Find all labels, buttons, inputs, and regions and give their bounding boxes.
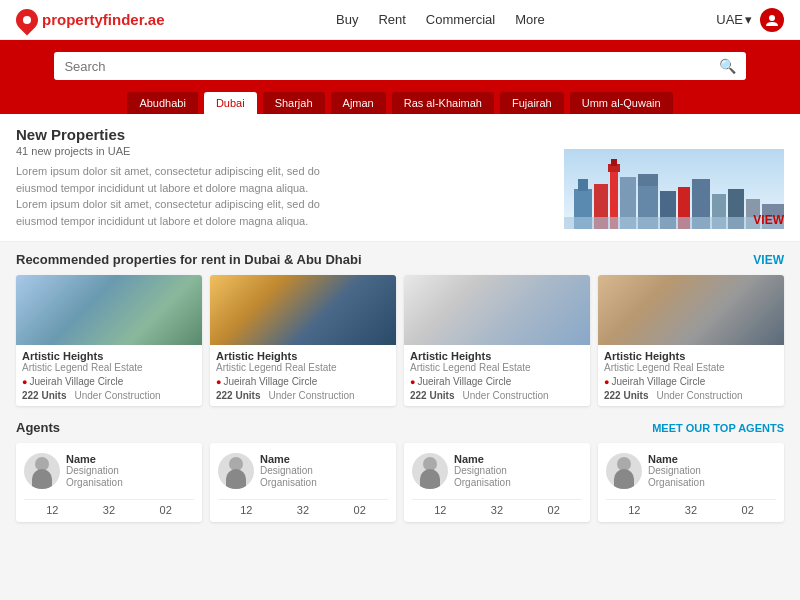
agent-avatar — [24, 453, 60, 489]
recommended-title: Recommended properties for rent in Dubai… — [16, 252, 362, 267]
np-view-button[interactable]: VIEW — [753, 213, 784, 227]
country-selector[interactable]: UAE — [716, 12, 752, 27]
recommended-section: Recommended properties for rent in Dubai… — [0, 242, 800, 412]
agents-section: Agents MEET OUR TOP AGENTS Name Designat… — [0, 412, 800, 528]
agent-org: Organisation — [648, 477, 705, 488]
agent-stat-2: 32 — [491, 504, 503, 516]
property-org: Artistic Legend Real Estate — [410, 362, 584, 373]
property-card: Artistic Heights Artistic Legend Real Es… — [210, 275, 396, 406]
agent-designation: Designation — [454, 465, 511, 476]
location-icon: ● — [410, 377, 415, 387]
property-status: Under Construction — [462, 390, 548, 401]
agent-name: Name — [454, 453, 511, 465]
agent-card: Name Designation Organisation 12 32 02 — [404, 443, 590, 522]
property-status: Under Construction — [74, 390, 160, 401]
location-icon: ● — [22, 377, 27, 387]
agents-title: Agents — [16, 420, 60, 435]
property-location: ● Jueirah Village Circle — [22, 376, 196, 387]
property-image-3 — [404, 275, 590, 345]
property-image-4 — [598, 275, 784, 345]
agent-stat-1: 12 — [628, 504, 640, 516]
recommended-header: Recommended properties for rent in Dubai… — [16, 252, 784, 267]
property-card: Artistic Heights Artistic Legend Real Es… — [598, 275, 784, 406]
property-name: Artistic Heights — [410, 350, 584, 362]
agent-card: Name Designation Organisation 12 32 02 — [16, 443, 202, 522]
meet-top-agents-button[interactable]: MEET OUR TOP AGENTS — [652, 422, 784, 434]
property-name: Artistic Heights — [216, 350, 390, 362]
np-image — [564, 126, 784, 229]
property-org: Artistic Legend Real Estate — [604, 362, 778, 373]
np-text: New Properties 41 new projects in UAE Lo… — [16, 126, 564, 229]
svg-rect-18 — [564, 217, 784, 229]
search-icon: 🔍 — [719, 58, 736, 74]
city-tab-dubai[interactable]: Dubai — [204, 92, 257, 114]
property-org: Artistic Legend Real Estate — [216, 362, 390, 373]
agent-stat-3: 02 — [354, 504, 366, 516]
agent-stat-1: 12 — [434, 504, 446, 516]
svg-rect-10 — [638, 174, 658, 186]
city-tab-abudhabi[interactable]: Abudhabi — [127, 92, 198, 114]
agent-stats: 12 32 02 — [24, 499, 194, 516]
agent-avatar — [218, 453, 254, 489]
city-tabs: Abudhabi Dubai Sharjah Ajman Ras al-Khai… — [16, 92, 784, 114]
agent-stat-3: 02 — [160, 504, 172, 516]
property-image-1 — [16, 275, 202, 345]
agent-org: Organisation — [454, 477, 511, 488]
city-tab-ajman[interactable]: Ajman — [331, 92, 386, 114]
agent-org: Organisation — [66, 477, 123, 488]
svg-point-0 — [769, 15, 775, 21]
city-tab-umm[interactable]: Umm al-Quwain — [570, 92, 673, 114]
new-properties-banner: New Properties 41 new projects in UAE Lo… — [0, 114, 800, 242]
property-card-body: Artistic Heights Artistic Legend Real Es… — [404, 345, 590, 406]
agent-designation: Designation — [260, 465, 317, 476]
logo-text: propertyfinder.ae — [42, 11, 165, 28]
svg-rect-7 — [611, 159, 617, 166]
np-title: New Properties — [16, 126, 564, 143]
agent-stat-2: 32 — [103, 504, 115, 516]
agent-avatar — [606, 453, 642, 489]
property-card: Artistic Heights Artistic Legend Real Es… — [16, 275, 202, 406]
property-location: ● Jueirah Village Circle — [604, 376, 778, 387]
property-status: Under Construction — [268, 390, 354, 401]
agents-header: Agents MEET OUR TOP AGENTS — [16, 420, 784, 435]
property-card-body: Artistic Heights Artistic Legend Real Es… — [598, 345, 784, 406]
agent-info: Name Designation Organisation — [454, 453, 511, 488]
nav-commercial[interactable]: Commercial — [426, 12, 495, 27]
city-tab-sharjah[interactable]: Sharjah — [263, 92, 325, 114]
np-subtitle: 41 new projects in UAE — [16, 145, 564, 157]
recommended-view-button[interactable]: VIEW — [753, 253, 784, 267]
agent-stat-1: 12 — [46, 504, 58, 516]
nav-rent[interactable]: Rent — [378, 12, 405, 27]
city-tab-ras[interactable]: Ras al-Khaimah — [392, 92, 494, 114]
city-tab-fujairah[interactable]: Fujairah — [500, 92, 564, 114]
agent-stat-2: 32 — [685, 504, 697, 516]
property-card-body: Artistic Heights Artistic Legend Real Es… — [16, 345, 202, 406]
property-location: ● Jueirah Village Circle — [410, 376, 584, 387]
property-meta: 222 Units Under Construction — [410, 390, 584, 401]
agent-org: Organisation — [260, 477, 317, 488]
logo-icon — [11, 4, 42, 35]
agent-stat-2: 32 — [297, 504, 309, 516]
search-bar[interactable]: 🔍 — [54, 52, 745, 80]
user-avatar[interactable] — [760, 8, 784, 32]
logo[interactable]: propertyfinder.ae — [16, 9, 165, 31]
property-units: 222 Units — [22, 390, 66, 401]
location-icon: ● — [216, 377, 221, 387]
agent-designation: Designation — [66, 465, 123, 476]
nav-buy[interactable]: Buy — [336, 12, 358, 27]
agent-avatar — [412, 453, 448, 489]
property-name: Artistic Heights — [22, 350, 196, 362]
agent-name: Name — [66, 453, 123, 465]
agent-info: Name Designation Organisation — [66, 453, 123, 488]
agent-info: Name Designation Organisation — [648, 453, 705, 488]
property-image-2 — [210, 275, 396, 345]
nav-more[interactable]: More — [515, 12, 545, 27]
search-input[interactable] — [64, 59, 718, 74]
property-name: Artistic Heights — [604, 350, 778, 362]
property-units: 222 Units — [216, 390, 260, 401]
agent-stat-3: 02 — [742, 504, 754, 516]
property-meta: 222 Units Under Construction — [604, 390, 778, 401]
agent-card-top: Name Designation Organisation — [606, 453, 776, 489]
np-description: Lorem ipsum dolor sit amet, consectetur … — [16, 163, 336, 229]
property-card: Artistic Heights Artistic Legend Real Es… — [404, 275, 590, 406]
